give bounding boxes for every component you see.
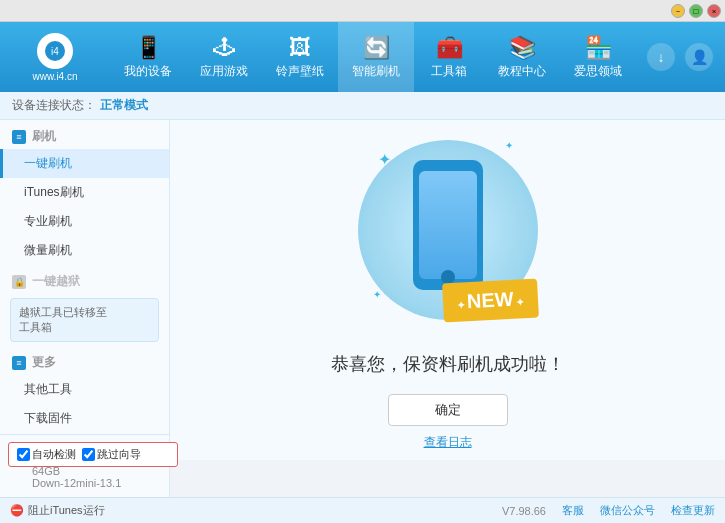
micro-flash-label: 微量刷机 (24, 243, 72, 257)
nav-think-store-label: 爱思领域 (574, 63, 622, 80)
maximize-button[interactable]: □ (689, 4, 703, 18)
phone-shape (413, 160, 483, 290)
check-update-link[interactable]: 检查更新 (671, 503, 715, 518)
sidebar-section-jailbreak: 🔒 一键越狱 (0, 265, 169, 294)
footer-version: V7.98.66 (502, 505, 546, 517)
logo-area: i4 www.i4.cn (0, 33, 110, 82)
status-bar: 设备连接状态： 正常模式 (0, 92, 725, 120)
header: i4 www.i4.cn 📱 我的设备 🕹 应用游戏 🖼 铃声壁纸 🔄 智能刷机… (0, 22, 725, 92)
skip-wizard-label[interactable]: 跳过向导 (82, 447, 141, 462)
nav-apps-games[interactable]: 🕹 应用游戏 (186, 22, 262, 92)
device-version: Down-12mini-13.1 (10, 477, 159, 489)
nav-items: 📱 我的设备 🕹 应用游戏 🖼 铃声壁纸 🔄 智能刷机 🧰 工具箱 📚 教程中心… (110, 22, 647, 92)
new-badge: NEW (442, 278, 539, 322)
jailbreak-section-icon: 🔒 (12, 275, 26, 289)
pro-flash-label: 专业刷机 (24, 214, 72, 228)
nav-tutorial-label: 教程中心 (498, 63, 546, 80)
apps-games-icon: 🕹 (213, 35, 235, 61)
flash-section-icon: ≡ (12, 130, 26, 144)
sparkle-2: ✦ (505, 140, 513, 151)
itunes-flash-label: iTunes刷机 (24, 185, 84, 199)
my-device-icon: 📱 (135, 35, 162, 61)
sidebar-item-itunes-flash[interactable]: iTunes刷机 (0, 178, 169, 207)
auto-detect-checkbox[interactable] (17, 448, 30, 461)
checkbox-container: 自动检测 跳过向导 (8, 442, 178, 467)
stop-icon: ⛔ (10, 504, 24, 517)
svg-text:i4: i4 (51, 46, 59, 57)
flash-section-title: 刷机 (32, 128, 56, 145)
skip-wizard-text: 跳过向导 (97, 447, 141, 462)
other-tools-label: 其他工具 (24, 382, 72, 396)
sparkle-3: ✦ (373, 289, 381, 300)
minimize-button[interactable]: － (671, 4, 685, 18)
success-text: 恭喜您，保资料刷机成功啦！ (331, 352, 565, 376)
title-bar: － □ × (0, 0, 725, 22)
think-store-icon: 🏪 (585, 35, 612, 61)
footer-bar: ⛔ 阻止iTunes运行 V7.98.66 客服 微信公众号 检查更新 (0, 497, 725, 523)
sidebar-section-flash: ≡ 刷机 (0, 120, 169, 149)
status-value: 正常模式 (100, 97, 148, 114)
itunes-status-text: 阻止iTunes运行 (28, 503, 105, 518)
illustration: ✦ ✦ ✦ NEW (348, 130, 548, 340)
jailbreak-note: 越狱工具已转移至工具箱 (10, 298, 159, 342)
nav-think-store[interactable]: 🏪 爱思领域 (560, 22, 636, 92)
ringtone-icon: 🖼 (289, 35, 311, 61)
download-button[interactable]: ↓ (647, 43, 675, 71)
customer-service-link[interactable]: 客服 (562, 503, 584, 518)
nav-smart-flash-label: 智能刷机 (352, 63, 400, 80)
sidebar: ≡ 刷机 一键刷机 iTunes刷机 专业刷机 微量刷机 🔒 一键越狱 越狱工具… (0, 120, 170, 460)
toolbox-icon: 🧰 (436, 35, 463, 61)
user-button[interactable]: 👤 (685, 43, 713, 71)
sidebar-item-micro-flash[interactable]: 微量刷机 (0, 236, 169, 265)
logo-text: www.i4.cn (32, 71, 77, 82)
sidebar-item-download-firmware[interactable]: 下载固件 (0, 404, 169, 433)
confirm-button[interactable]: 确定 (388, 394, 508, 426)
nav-apps-games-label: 应用游戏 (200, 63, 248, 80)
nav-ringtone[interactable]: 🖼 铃声壁纸 (262, 22, 338, 92)
jailbreak-section-title: 一键越狱 (32, 273, 80, 290)
close-button[interactable]: × (707, 4, 721, 18)
smart-flash-icon: 🔄 (363, 35, 390, 61)
sidebar-item-one-key-flash[interactable]: 一键刷机 (0, 149, 169, 178)
auto-detect-text: 自动检测 (32, 447, 76, 462)
sidebar-item-other-tools[interactable]: 其他工具 (0, 375, 169, 404)
one-key-flash-label: 一键刷机 (24, 156, 72, 170)
more-section-icon: ≡ (12, 356, 26, 370)
content-area: ✦ ✦ ✦ NEW 恭喜您，保资料刷机成功啦！ 确定 查看日志 (170, 120, 725, 460)
sidebar-item-pro-flash[interactable]: 专业刷机 (0, 207, 169, 236)
auto-detect-label[interactable]: 自动检测 (17, 447, 76, 462)
nav-my-device-label: 我的设备 (124, 63, 172, 80)
wechat-link[interactable]: 微信公众号 (600, 503, 655, 518)
sparkle-1: ✦ (378, 150, 391, 169)
log-link[interactable]: 查看日志 (424, 434, 472, 451)
nav-ringtone-label: 铃声壁纸 (276, 63, 324, 80)
phone-button (441, 270, 455, 284)
nav-toolbox[interactable]: 🧰 工具箱 (414, 22, 484, 92)
logo-icon: i4 (37, 33, 73, 69)
tutorial-icon: 📚 (509, 35, 536, 61)
nav-toolbox-label: 工具箱 (431, 63, 467, 80)
footer-right: V7.98.66 客服 微信公众号 检查更新 (180, 503, 715, 518)
itunes-status: ⛔ 阻止iTunes运行 (10, 503, 180, 518)
sidebar-section-more: ≡ 更多 (0, 346, 169, 375)
main-layout: ≡ 刷机 一键刷机 iTunes刷机 专业刷机 微量刷机 🔒 一键越狱 越狱工具… (0, 120, 725, 460)
nav-tutorial[interactable]: 📚 教程中心 (484, 22, 560, 92)
more-section-title: 更多 (32, 354, 56, 371)
jailbreak-note-text: 越狱工具已转移至工具箱 (19, 306, 107, 333)
download-firmware-label: 下载固件 (24, 411, 72, 425)
nav-my-device[interactable]: 📱 我的设备 (110, 22, 186, 92)
skip-wizard-checkbox[interactable] (82, 448, 95, 461)
phone-screen (419, 171, 477, 279)
nav-smart-flash[interactable]: 🔄 智能刷机 (338, 22, 414, 92)
nav-right: ↓ 👤 (647, 43, 725, 71)
status-label: 设备连接状态： (12, 97, 96, 114)
